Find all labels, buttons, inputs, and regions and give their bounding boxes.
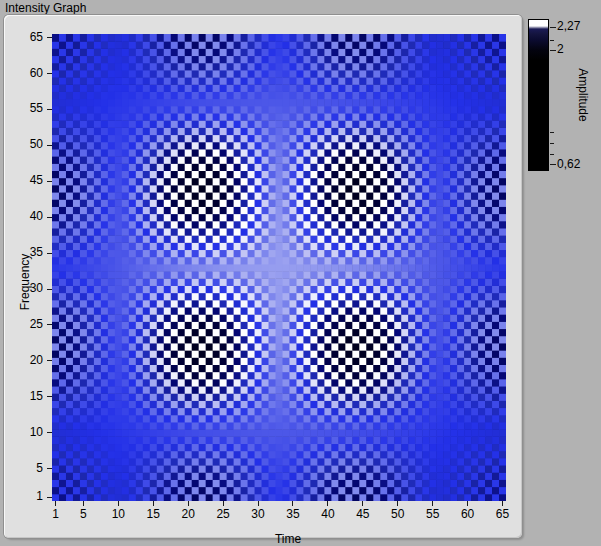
y-tick-mark [47, 217, 52, 218]
y-tick-mark [47, 181, 52, 182]
colorbar-tick-mark [550, 50, 556, 51]
y-tick-label: 45 [21, 173, 43, 187]
x-tick-label: 65 [491, 507, 515, 521]
colorbar-tick-mark [550, 40, 554, 41]
y-tick-label: 55 [21, 101, 43, 115]
x-tick-mark [83, 501, 84, 506]
x-tick-label: 30 [246, 507, 270, 521]
y-tick-label: 60 [21, 66, 43, 80]
x-tick-label: 40 [316, 507, 340, 521]
y-tick-label: 15 [21, 389, 43, 403]
y-tick-mark [47, 324, 52, 325]
x-tick-mark [223, 501, 224, 506]
y-tick-mark [47, 253, 52, 254]
heatmap-plot-area[interactable] [52, 34, 506, 501]
x-tick-mark [502, 501, 503, 506]
y-tick-label: 25 [21, 317, 43, 331]
x-tick-mark [467, 501, 468, 506]
colorbar-tick-label: 2 [557, 42, 564, 56]
x-axis-label: Time [238, 532, 338, 546]
x-tick-mark [188, 501, 189, 506]
y-tick-mark [47, 289, 52, 290]
x-tick-label: 55 [421, 507, 445, 521]
z-axis-label: Amplitude [576, 50, 590, 140]
y-tick-label: 65 [21, 30, 43, 44]
x-tick-label: 50 [386, 507, 410, 521]
x-tick-label: 15 [141, 507, 165, 521]
y-tick-label: 35 [21, 245, 43, 259]
x-tick-mark [258, 501, 259, 506]
x-tick-label: 45 [351, 507, 375, 521]
colorbar-tick-label: 2,27 [557, 19, 580, 33]
x-tick-label: 35 [281, 507, 305, 521]
amplitude-colorbar[interactable] [528, 19, 549, 171]
y-tick-mark [47, 497, 52, 498]
x-tick-mark [327, 501, 328, 506]
x-tick-mark [397, 501, 398, 506]
y-tick-mark [47, 360, 52, 361]
x-tick-label: 1 [43, 507, 67, 521]
x-tick-mark [55, 501, 56, 506]
y-tick-mark [47, 37, 52, 38]
y-tick-label: 50 [21, 137, 43, 151]
y-tick-mark [47, 145, 52, 146]
x-tick-mark [118, 501, 119, 506]
colorbar-tick-mark [550, 132, 554, 133]
x-tick-mark [362, 501, 363, 506]
colorbar-tick-mark [550, 154, 554, 155]
y-tick-label: 10 [21, 425, 43, 439]
colorbar-tick-mark [550, 164, 556, 165]
x-tick-mark [432, 501, 433, 506]
y-tick-mark [47, 109, 52, 110]
y-tick-mark [47, 73, 52, 74]
y-tick-label: 1 [21, 489, 43, 503]
x-tick-label: 5 [71, 507, 95, 521]
y-tick-label: 20 [21, 353, 43, 367]
colorbar-tick-mark [550, 27, 556, 28]
x-tick-mark [292, 501, 293, 506]
y-tick-label: 30 [21, 281, 43, 295]
intensity-graph-control: Intensity Graph Frequency Time 151015202… [0, 0, 601, 546]
y-tick-mark [47, 468, 52, 469]
x-tick-mark [153, 501, 154, 506]
x-tick-label: 20 [176, 507, 200, 521]
colorbar-tick-mark [550, 143, 554, 144]
x-tick-label: 25 [211, 507, 235, 521]
colorbar-tick-label: 0,62 [557, 157, 580, 171]
graph-title: Intensity Graph [5, 1, 86, 15]
y-tick-mark [47, 432, 52, 433]
x-tick-label: 60 [456, 507, 480, 521]
x-tick-label: 10 [106, 507, 130, 521]
y-tick-mark [47, 396, 52, 397]
y-tick-label: 5 [21, 461, 43, 475]
y-tick-label: 40 [21, 209, 43, 223]
